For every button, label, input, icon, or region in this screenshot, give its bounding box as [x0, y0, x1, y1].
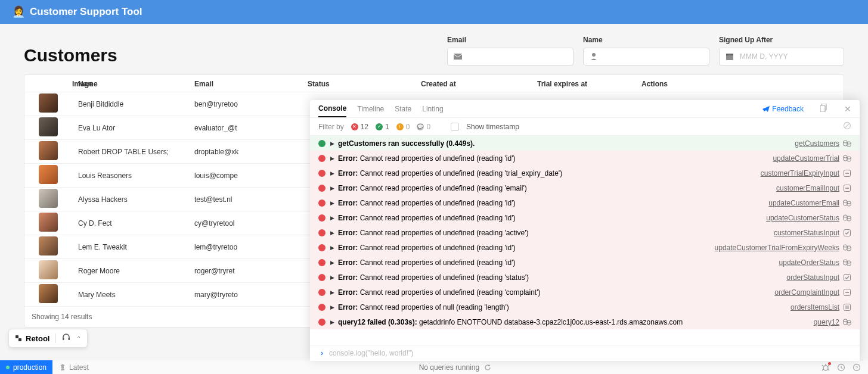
retool-label: Retool: [26, 334, 49, 343]
latest-release[interactable]: Latest: [52, 363, 89, 372]
col-image[interactable]: Image: [24, 75, 72, 92]
show-timestamp-label[interactable]: Show timestamp: [466, 123, 519, 131]
expand-icon[interactable]: ▶: [330, 319, 334, 325]
email-input[interactable]: [463, 48, 568, 65]
env-label: production: [13, 363, 46, 372]
cell-email: roger@tryret: [188, 259, 302, 283]
expand-icon[interactable]: ▶: [330, 230, 334, 236]
log-source[interactable]: updateCustomerTrialFromExpiryWeeks: [708, 244, 839, 252]
source-type-icon: [843, 184, 851, 192]
tab-console[interactable]: Console: [318, 101, 346, 117]
col-status[interactable]: Status: [302, 75, 415, 92]
debug-icon[interactable]: [822, 363, 830, 372]
console-log-row[interactable]: ▶Error: Cannot read properties of undefi…: [310, 285, 860, 300]
svg-rect-6: [63, 338, 64, 340]
help-icon[interactable]: ?: [852, 363, 861, 372]
col-email[interactable]: Email: [188, 75, 302, 92]
filter-name: Name: [583, 36, 709, 66]
log-source[interactable]: getCustomers: [788, 139, 839, 148]
cell-name: Roger Moore: [72, 259, 188, 283]
source-type-icon: [843, 214, 851, 222]
log-source[interactable]: updateCustomerTrial: [765, 154, 839, 163]
log-source[interactable]: customerEmailInput: [769, 184, 839, 192]
cell-email: test@test.nl: [188, 188, 302, 211]
log-source[interactable]: orderStatusInput: [779, 273, 839, 282]
svg-point-28: [847, 216, 851, 219]
show-timestamp-checkbox[interactable]: [451, 123, 459, 131]
error-icon: [318, 214, 326, 222]
retool-pill[interactable]: Retool ⌃: [8, 329, 88, 348]
app-emoji: 👩‍💼: [12, 5, 25, 18]
console-log-row[interactable]: ▶Error: Cannot read properties of undefi…: [310, 270, 860, 285]
console-log-row[interactable]: ▶Error: Cannot read properties of undefi…: [310, 166, 860, 180]
filter-signed-up-after: Signed Up After: [719, 36, 844, 66]
filter-errors[interactable]: ✕12: [351, 123, 368, 131]
expand-icon[interactable]: ▶: [330, 185, 334, 191]
console-log-row[interactable]: ▶Error: Cannot read properties of undefi…: [310, 225, 860, 240]
log-source[interactable]: updateCustomerEmail: [761, 199, 839, 207]
user-icon: [588, 51, 599, 62]
source-type-icon: [843, 139, 851, 148]
history-icon[interactable]: [837, 363, 845, 372]
chevron-up-icon[interactable]: ⌃: [76, 335, 81, 342]
expand-icon[interactable]: ▶: [330, 245, 334, 251]
console-log-row[interactable]: ▶Error: Cannot read properties of null (…: [310, 300, 860, 314]
console-log-row[interactable]: ▶Error: Cannot read properties of undefi…: [310, 255, 860, 270]
expand-icon[interactable]: ▶: [330, 260, 334, 266]
expand-icon[interactable]: ▶: [330, 215, 334, 221]
filter-info[interactable]: 💬0: [417, 123, 430, 131]
expand-icon[interactable]: ▶: [330, 289, 334, 295]
clear-console-icon[interactable]: [843, 121, 851, 132]
svg-rect-29: [844, 229, 851, 236]
log-source[interactable]: orderComplaintInput: [767, 288, 839, 297]
copy-icon[interactable]: [820, 104, 827, 114]
col-trial[interactable]: Trial expires at: [531, 75, 636, 92]
log-source[interactable]: query12: [807, 318, 839, 326]
log-source[interactable]: updateCustomerStatus: [759, 214, 839, 222]
tab-timeline[interactable]: Timeline: [357, 101, 384, 117]
col-actions[interactable]: Actions: [636, 75, 844, 92]
source-type-icon: [843, 244, 851, 252]
filter-success[interactable]: ✓1: [376, 123, 389, 131]
expand-icon[interactable]: ▶: [330, 155, 334, 161]
svg-rect-3: [726, 54, 733, 55]
date-input[interactable]: [735, 48, 839, 65]
console-log-row[interactable]: ▶Error: Cannot read properties of undefi…: [310, 210, 860, 225]
expand-icon[interactable]: ▶: [330, 170, 334, 176]
console-log-row[interactable]: ▶Error: Cannot read properties of undefi…: [310, 195, 860, 210]
log-message: Error: Cannot read properties of undefin…: [338, 184, 527, 192]
environment-badge[interactable]: production: [0, 360, 52, 374]
status-bar: production Latest No queries running ?: [0, 360, 868, 374]
log-source[interactable]: updateOrderStatus: [772, 258, 839, 267]
error-icon: [318, 244, 326, 251]
log-message: Error: Cannot read properties of undefin…: [338, 154, 515, 163]
console-log-row[interactable]: ▶query12 failed (0.303s): getaddrinfo EN…: [310, 314, 860, 329]
table-header-row: Image Name Email Status Created at Trial…: [24, 75, 844, 92]
col-created[interactable]: Created at: [415, 75, 531, 92]
log-source[interactable]: customerStatusInput: [767, 229, 839, 237]
filter-warn[interactable]: !0: [396, 123, 410, 131]
avatar: [39, 165, 58, 184]
log-source[interactable]: customerTrialExpiryInput: [754, 169, 839, 177]
expand-icon[interactable]: ▶: [330, 275, 334, 280]
refresh-icon[interactable]: [484, 364, 491, 371]
expand-icon[interactable]: ▶: [330, 200, 334, 206]
headphones-icon[interactable]: [62, 333, 70, 344]
console-log-row[interactable]: ▶Error: Cannot read properties of undefi…: [310, 240, 860, 255]
svg-point-17: [844, 141, 847, 143]
tab-linting[interactable]: Linting: [422, 101, 443, 117]
console-log-row[interactable]: ▶Error: Cannot read properties of undefi…: [310, 180, 860, 195]
col-name[interactable]: Name: [72, 75, 188, 92]
svg-point-27: [844, 215, 847, 217]
console-input[interactable]: › console.log("hello, world!"): [310, 345, 860, 361]
console-log-row[interactable]: ▶getCustomers ran successfully (0.449s).…: [310, 136, 860, 151]
tab-state[interactable]: State: [395, 101, 411, 117]
expand-icon[interactable]: ▶: [330, 304, 334, 310]
log-source[interactable]: ordersItemsList: [783, 303, 839, 311]
name-input[interactable]: [599, 48, 704, 65]
feedback-link[interactable]: Feedback: [762, 105, 804, 113]
close-icon[interactable]: ✕: [844, 104, 851, 114]
console-log-row[interactable]: ▶Error: Cannot read properties of undefi…: [310, 151, 860, 166]
log-message: Error: Cannot read properties of undefin…: [338, 214, 515, 222]
expand-icon[interactable]: ▶: [330, 141, 334, 147]
